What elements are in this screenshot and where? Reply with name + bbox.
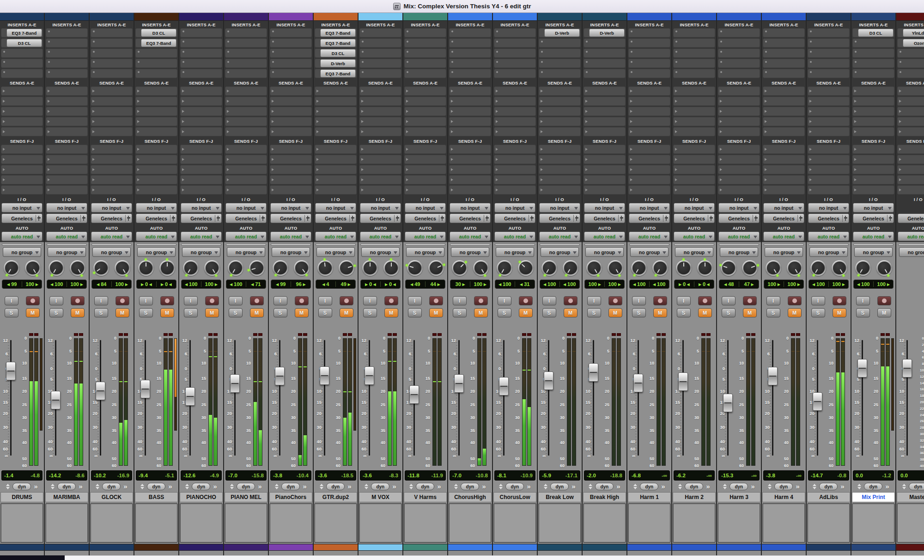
insert-plugin-button[interactable]: EQ3 7-Band	[320, 69, 356, 78]
fader-track[interactable]	[55, 340, 56, 456]
send-slot[interactable]	[404, 185, 446, 195]
automation-mode-selector[interactable]: auto read	[674, 231, 715, 241]
insert-slot[interactable]	[359, 49, 401, 58]
pan-knob-right[interactable]	[517, 259, 535, 277]
group-selector[interactable]: no group	[765, 247, 803, 257]
fast-forward-icon[interactable]: »	[34, 483, 37, 490]
send-slot[interactable]	[46, 165, 88, 174]
input-selector[interactable]: no input	[225, 203, 267, 213]
solo-button[interactable]: S	[363, 308, 377, 317]
output-selector[interactable]: Genelecs	[539, 213, 580, 223]
automation-mode-selector[interactable]: auto read	[898, 231, 924, 241]
pan-value-display[interactable]: ▸ 0 ◂ ▸ 0 ◂	[674, 280, 714, 289]
insert-slot[interactable]	[359, 38, 401, 48]
pan-knob-right[interactable]	[248, 259, 266, 277]
send-slot[interactable]	[135, 86, 177, 96]
send-slot[interactable]	[628, 155, 670, 164]
send-slot[interactable]	[225, 175, 267, 184]
track-comment-box[interactable]	[449, 503, 492, 543]
insert-slot[interactable]	[91, 69, 133, 78]
fader-cap[interactable]	[633, 374, 643, 392]
nudge-spinner[interactable]	[454, 484, 458, 489]
insert-slot[interactable]: D3 CL	[315, 49, 357, 58]
input-monitor-button[interactable]: I	[318, 296, 332, 305]
track-comment-box[interactable]	[762, 503, 805, 543]
send-slot[interactable]	[763, 165, 805, 174]
send-slot[interactable]	[1, 117, 43, 126]
send-slot[interactable]	[449, 165, 491, 174]
insert-slot[interactable]	[628, 59, 670, 68]
send-slot[interactable]	[180, 117, 222, 126]
pan-value-display[interactable]: ◂ 100 100 ▸	[47, 280, 87, 289]
send-slot[interactable]	[718, 185, 760, 195]
dyn-view-button[interactable]: dyn	[864, 483, 882, 490]
fast-forward-icon[interactable]: »	[213, 483, 217, 490]
input-selector[interactable]: no input	[181, 203, 222, 213]
automation-mode-selector[interactable]: auto read	[629, 231, 670, 241]
insert-slot[interactable]	[808, 28, 850, 37]
send-slot[interactable]	[494, 107, 536, 116]
send-slot[interactable]	[897, 185, 924, 195]
send-slot[interactable]	[1, 127, 43, 136]
output-selector[interactable]: Genelecs	[1, 213, 43, 223]
insert-slot[interactable]	[763, 38, 805, 48]
group-id-bar[interactable]	[629, 243, 669, 246]
send-slot[interactable]	[225, 86, 267, 96]
input-monitor-button[interactable]: I	[722, 296, 736, 305]
send-slot[interactable]	[539, 175, 581, 184]
send-slot[interactable]	[449, 127, 491, 136]
clip-led-left[interactable]	[522, 333, 526, 336]
send-slot[interactable]	[584, 117, 626, 126]
track-comment-box[interactable]	[135, 503, 178, 543]
send-slot[interactable]	[359, 185, 401, 195]
input-monitor-button[interactable]: I	[542, 296, 556, 305]
insert-slot[interactable]	[46, 38, 88, 48]
input-monitor-button[interactable]: I	[229, 296, 243, 305]
fast-forward-icon[interactable]: »	[347, 483, 351, 490]
track-comment-box[interactable]	[404, 503, 447, 543]
fader-cap[interactable]	[544, 371, 553, 390]
send-slot[interactable]	[539, 165, 581, 174]
insert-slot[interactable]	[91, 38, 133, 48]
insert-slot[interactable]: EQ3 7-Band	[1, 28, 43, 37]
automation-mode-selector[interactable]: auto read	[718, 231, 760, 241]
clip-led-left[interactable]	[343, 333, 347, 336]
group-id-bar[interactable]	[316, 243, 356, 246]
group-id-bar[interactable]	[181, 243, 221, 246]
fader-cap[interactable]	[768, 367, 778, 385]
insert-slot[interactable]	[584, 38, 626, 48]
send-slot[interactable]	[494, 185, 536, 195]
send-slot[interactable]	[494, 145, 536, 154]
output-selector[interactable]: Genelecs	[270, 213, 311, 223]
send-slot[interactable]	[1, 165, 43, 174]
input-selector[interactable]: no input	[1, 203, 43, 213]
automation-mode-selector[interactable]: auto read	[315, 231, 356, 241]
input-selector[interactable]: no input	[674, 203, 715, 213]
fader-track[interactable]	[727, 340, 729, 456]
input-selector[interactable]: no input	[853, 203, 894, 213]
clip-led-left[interactable]	[701, 333, 705, 336]
send-slot[interactable]	[1, 185, 43, 195]
nudge-spinner[interactable]	[723, 484, 727, 489]
nudge-spinner[interactable]	[633, 484, 637, 489]
automation-mode-selector[interactable]: auto read	[584, 231, 625, 241]
fast-forward-icon[interactable]: »	[571, 483, 575, 490]
fader-track[interactable]	[234, 340, 236, 456]
pan-value-display[interactable]: ◂ 100 100 ▸	[808, 280, 849, 289]
track-comment-box[interactable]	[90, 503, 133, 543]
clip-led-right[interactable]	[706, 333, 711, 336]
pan-value-display[interactable]: ◂ 100 100 ▸	[181, 280, 221, 289]
insert-slot[interactable]: EQ3 7-Band	[315, 69, 357, 78]
send-slot[interactable]	[1, 86, 43, 96]
send-slot[interactable]	[808, 145, 850, 154]
insert-slot[interactable]	[539, 49, 581, 58]
nudge-spinner[interactable]	[230, 484, 234, 489]
clip-led-left[interactable]	[657, 333, 661, 336]
pan-knob-right[interactable]	[562, 259, 579, 277]
insert-slot[interactable]	[404, 49, 446, 58]
send-slot[interactable]	[449, 86, 491, 96]
send-slot[interactable]	[584, 155, 626, 164]
record-enable-button[interactable]	[250, 296, 264, 305]
fader-cap[interactable]	[140, 380, 150, 398]
insert-plugin-button[interactable]: D-Verb	[589, 29, 625, 37]
